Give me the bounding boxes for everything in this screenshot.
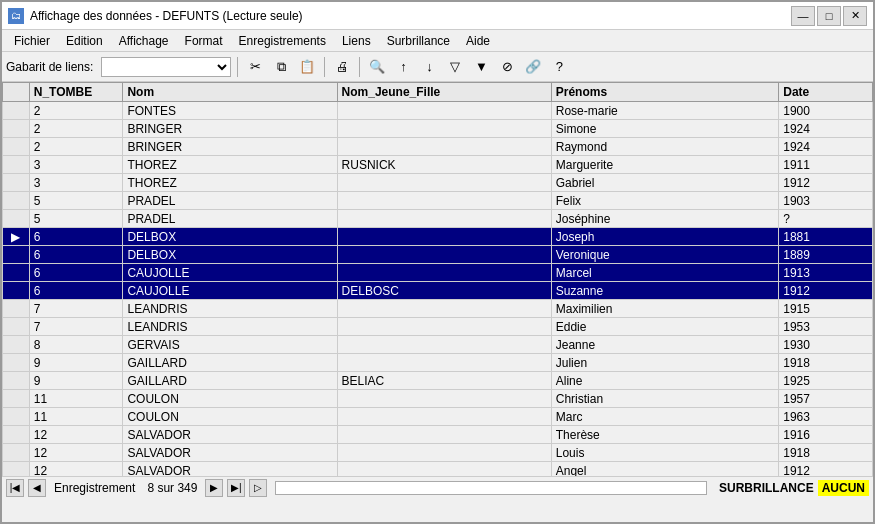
sort-asc-button[interactable]: ↑ — [392, 56, 414, 78]
table-row[interactable]: ▶6DELBOXJoseph1881 — [3, 228, 873, 246]
menu-item-format[interactable]: Format — [177, 32, 231, 50]
toolbar-separator-2 — [324, 57, 325, 77]
cell-n_tombe: 9 — [29, 354, 123, 372]
menu-item-surbrillance[interactable]: Surbrillance — [379, 32, 458, 50]
menu-item-affichage[interactable]: Affichage — [111, 32, 177, 50]
table-row[interactable]: 11COULONMarc1963 — [3, 408, 873, 426]
cell-date: 1924 — [779, 120, 873, 138]
help-button[interactable]: ? — [548, 56, 570, 78]
minimize-button[interactable]: — — [791, 6, 815, 26]
cell-n_tombe: 6 — [29, 246, 123, 264]
menu-item-edition[interactable]: Edition — [58, 32, 111, 50]
grid-wrapper[interactable]: N_TOMBE Nom Nom_Jeune_Fille Prénoms Date… — [2, 82, 873, 476]
table-row[interactable]: 6CAUJOLLEDELBOSCSuzanne1912 — [3, 282, 873, 300]
nav-new-button[interactable]: ▷ — [249, 479, 267, 497]
filter-apply-button[interactable]: ▼ — [470, 56, 492, 78]
cell-n_tombe: 7 — [29, 318, 123, 336]
cell-date: 1912 — [779, 174, 873, 192]
table-row[interactable]: 6CAUJOLLEMarcel1913 — [3, 264, 873, 282]
cell-date: 1900 — [779, 102, 873, 120]
table-row[interactable]: 3THOREZGabriel1912 — [3, 174, 873, 192]
copy-button[interactable]: ⧉ — [270, 56, 292, 78]
table-row[interactable]: 7LEANDRISMaximilien1915 — [3, 300, 873, 318]
find-button[interactable]: 🔍 — [366, 56, 388, 78]
nav-first-button[interactable]: |◀ — [6, 479, 24, 497]
row-selector — [3, 354, 30, 372]
cell-nom_jeune_fille — [337, 264, 551, 282]
toolbar-separator-1 — [237, 57, 238, 77]
cell-prenoms: Eddie — [551, 318, 779, 336]
cell-nom: PRADEL — [123, 210, 337, 228]
row-selector — [3, 246, 30, 264]
row-selector — [3, 318, 30, 336]
filter-button[interactable]: ▽ — [444, 56, 466, 78]
maximize-button[interactable]: □ — [817, 6, 841, 26]
cell-n_tombe: 7 — [29, 300, 123, 318]
cell-date: 1911 — [779, 156, 873, 174]
cell-nom: GAILLARD — [123, 372, 337, 390]
link-button[interactable]: 🔗 — [522, 56, 544, 78]
row-selector — [3, 174, 30, 192]
table-row[interactable]: 12SALVADORAngel1912 — [3, 462, 873, 477]
close-button[interactable]: ✕ — [843, 6, 867, 26]
table-row[interactable]: 9GAILLARDBELIACAline1925 — [3, 372, 873, 390]
table-row[interactable]: 12SALVADORLouis1918 — [3, 444, 873, 462]
table-row[interactable]: 2BRINGERRaymond1924 — [3, 138, 873, 156]
table-row[interactable]: 5PRADELJoséphine? — [3, 210, 873, 228]
table-row[interactable]: 8GERVAISJeanne1930 — [3, 336, 873, 354]
cell-nom: PRADEL — [123, 192, 337, 210]
cell-n_tombe: 11 — [29, 390, 123, 408]
menu-item-aide[interactable]: Aide — [458, 32, 498, 50]
cell-date: ? — [779, 210, 873, 228]
nav-next-button[interactable]: ▶ — [205, 479, 223, 497]
table-row[interactable]: 12SALVADORTherèse1916 — [3, 426, 873, 444]
cell-prenoms: Angel — [551, 462, 779, 477]
cell-date: 1889 — [779, 246, 873, 264]
cell-nom: COULON — [123, 408, 337, 426]
print-button[interactable]: 🖨 — [331, 56, 353, 78]
row-selector: ▶ — [3, 228, 30, 246]
cell-nom: THOREZ — [123, 156, 337, 174]
table-row[interactable]: 9GAILLARDJulien1918 — [3, 354, 873, 372]
col-header-date[interactable]: Date — [779, 83, 873, 102]
cell-prenoms: Marguerite — [551, 156, 779, 174]
table-row[interactable]: 3THOREZRUSNICKMarguerite1911 — [3, 156, 873, 174]
row-selector — [3, 336, 30, 354]
cell-date: 1918 — [779, 354, 873, 372]
cell-nom_jeune_fille — [337, 408, 551, 426]
menu-item-enregistrements[interactable]: Enregistrements — [231, 32, 334, 50]
cell-nom_jeune_fille: DELBOSC — [337, 282, 551, 300]
table-row[interactable]: 5PRADELFelix1903 — [3, 192, 873, 210]
aucun-badge: AUCUN — [818, 480, 869, 496]
paste-button[interactable]: 📋 — [296, 56, 318, 78]
table-row[interactable]: 7LEANDRISEddie1953 — [3, 318, 873, 336]
table-row[interactable]: 6DELBOXVeronique1889 — [3, 246, 873, 264]
cell-date: 1881 — [779, 228, 873, 246]
cut-button[interactable]: ✂ — [244, 56, 266, 78]
table-row[interactable]: 2BRINGERSimone1924 — [3, 120, 873, 138]
col-header-n_tombe[interactable]: N_TOMBE — [29, 83, 123, 102]
row-selector — [3, 426, 30, 444]
record-label: Enregistrement — [54, 481, 135, 495]
cell-n_tombe: 2 — [29, 102, 123, 120]
col-header-nom_jeune_fille[interactable]: Nom_Jeune_Fille — [337, 83, 551, 102]
row-selector — [3, 120, 30, 138]
table-row[interactable]: 2FONTESRose-marie1900 — [3, 102, 873, 120]
window-title: Affichage des données - DEFUNTS (Lecture… — [30, 9, 303, 23]
cell-date: 1930 — [779, 336, 873, 354]
gabarit-combo[interactable] — [101, 57, 231, 77]
nav-last-button[interactable]: ▶| — [227, 479, 245, 497]
cell-nom: COULON — [123, 390, 337, 408]
sort-desc-button[interactable]: ↓ — [418, 56, 440, 78]
menu-item-fichier[interactable]: Fichier — [6, 32, 58, 50]
filter-remove-button[interactable]: ⊘ — [496, 56, 518, 78]
cell-n_tombe: 6 — [29, 282, 123, 300]
nav-prev-button[interactable]: ◀ — [28, 479, 46, 497]
menu-item-liens[interactable]: Liens — [334, 32, 379, 50]
cell-nom: SALVADOR — [123, 462, 337, 477]
table-row[interactable]: 11COULONChristian1957 — [3, 390, 873, 408]
col-header-nom[interactable]: Nom — [123, 83, 337, 102]
col-header-prenoms[interactable]: Prénoms — [551, 83, 779, 102]
cell-date: 1924 — [779, 138, 873, 156]
cell-n_tombe: 12 — [29, 426, 123, 444]
